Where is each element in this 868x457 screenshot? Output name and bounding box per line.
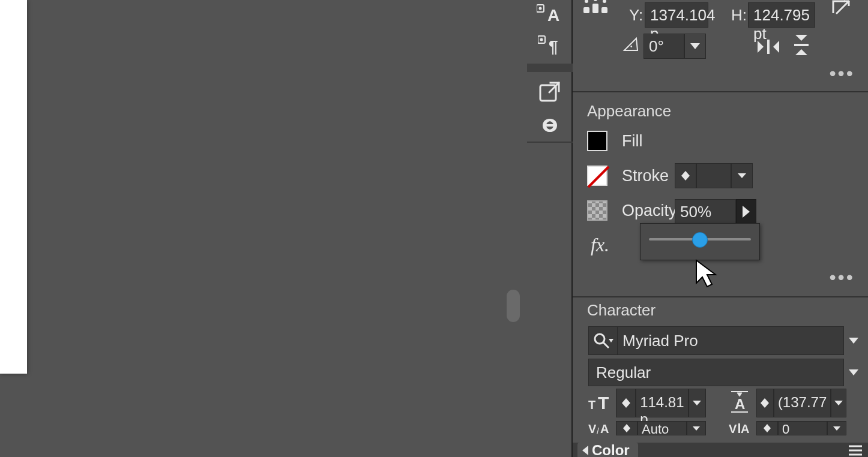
panel-icon-strip: A ¶ bbox=[527, 0, 573, 457]
font-style-dropdown[interactable] bbox=[844, 359, 863, 386]
flip-horizontal-icon[interactable] bbox=[758, 37, 779, 56]
font-size-icon: T T bbox=[588, 391, 613, 414]
y-position-field[interactable]: 1374.104 p bbox=[645, 2, 708, 28]
svg-point-11 bbox=[585, 0, 588, 3]
svg-text:T: T bbox=[588, 398, 595, 411]
stroke-weight-stepper[interactable] bbox=[675, 163, 696, 188]
svg-marker-48 bbox=[623, 424, 630, 428]
font-search-icon[interactable] bbox=[589, 327, 618, 354]
constrain-proportions-icon[interactable] bbox=[831, 0, 851, 16]
leading-field[interactable]: (137.77 bbox=[756, 389, 846, 417]
font-size-value[interactable]: 114.81 p bbox=[636, 389, 688, 417]
font-family-field[interactable]: Myriad Pro bbox=[588, 326, 844, 355]
leading-dropdown[interactable] bbox=[831, 389, 846, 417]
svg-point-12 bbox=[594, 0, 597, 1]
panel-menu-icon[interactable] bbox=[849, 445, 862, 456]
svg-marker-43 bbox=[761, 403, 769, 408]
tracking-value[interactable]: 0 bbox=[778, 421, 827, 435]
svg-point-4 bbox=[540, 38, 543, 41]
canvas-area[interactable] bbox=[0, 0, 517, 457]
links-panel-icon[interactable] bbox=[527, 109, 573, 142]
font-style-field[interactable]: Regular bbox=[588, 359, 844, 386]
h-label: H: bbox=[731, 6, 747, 25]
transform-section: Y: 1374.104 p H: 124.795 pt • 0° bbox=[573, 0, 868, 92]
svg-marker-54 bbox=[764, 424, 771, 428]
svg-text:•: • bbox=[630, 43, 633, 50]
svg-marker-37 bbox=[693, 401, 701, 405]
svg-rect-53 bbox=[738, 423, 740, 433]
svg-text:V: V bbox=[729, 422, 737, 435]
fx-icon[interactable]: fx. bbox=[591, 234, 609, 256]
stroke-weight-field[interactable] bbox=[675, 163, 753, 188]
rotation-angle-icon: • bbox=[622, 35, 640, 53]
stroke-swatch[interactable] bbox=[587, 166, 607, 186]
svg-text:V: V bbox=[588, 422, 597, 435]
color-tab-label: Color bbox=[592, 442, 630, 457]
svg-text:A: A bbox=[735, 396, 745, 412]
transform-more-options[interactable]: ••• bbox=[829, 62, 855, 85]
rotation-dropdown[interactable] bbox=[684, 34, 706, 59]
svg-marker-23 bbox=[681, 171, 690, 176]
stroke-weight-dropdown[interactable] bbox=[731, 163, 753, 188]
svg-text:T: T bbox=[598, 393, 609, 413]
tracking-stepper[interactable] bbox=[756, 421, 778, 435]
rotation-field[interactable]: 0° bbox=[643, 34, 706, 59]
opacity-label: Opacity bbox=[622, 202, 677, 220]
opacity-popup-toggle[interactable] bbox=[736, 199, 756, 224]
stroke-label: Stroke bbox=[622, 167, 669, 185]
svg-rect-10 bbox=[601, 7, 607, 13]
svg-point-28 bbox=[595, 334, 604, 344]
kerning-dropdown[interactable] bbox=[687, 421, 706, 435]
font-family-dropdown[interactable] bbox=[844, 326, 863, 355]
opacity-field[interactable]: 50% bbox=[675, 199, 736, 224]
panel-dock-grip[interactable] bbox=[527, 64, 573, 72]
tracking-field[interactable]: 0 bbox=[756, 421, 846, 435]
height-field[interactable]: 124.795 pt bbox=[748, 2, 815, 28]
align-distribute-icon[interactable] bbox=[582, 0, 609, 16]
leading-value[interactable]: (137.77 bbox=[774, 389, 831, 417]
svg-point-1 bbox=[539, 7, 542, 10]
kerning-stepper[interactable] bbox=[616, 421, 637, 435]
stroke-weight-value[interactable] bbox=[696, 163, 731, 188]
svg-marker-57 bbox=[582, 446, 588, 455]
kerning-icon: V / A bbox=[588, 421, 612, 439]
svg-point-13 bbox=[603, 0, 606, 3]
fill-label: Fill bbox=[622, 132, 643, 151]
font-family-value: Myriad Pro bbox=[618, 332, 843, 350]
svg-marker-18 bbox=[773, 41, 779, 53]
svg-marker-42 bbox=[761, 398, 769, 403]
font-size-stepper[interactable] bbox=[616, 389, 636, 417]
tracking-dropdown[interactable] bbox=[827, 421, 846, 435]
fill-swatch[interactable] bbox=[587, 131, 607, 151]
kerning-field[interactable]: Auto bbox=[616, 421, 706, 435]
appearance-more-options[interactable]: ••• bbox=[829, 266, 855, 288]
mouse-cursor bbox=[695, 259, 718, 289]
font-size-field[interactable]: 114.81 p bbox=[616, 389, 706, 417]
svg-marker-30 bbox=[609, 339, 613, 342]
svg-marker-49 bbox=[623, 428, 630, 432]
y-label: Y: bbox=[629, 6, 643, 25]
flip-vertical-icon[interactable] bbox=[791, 35, 812, 55]
paragraph-panel-icon[interactable]: ¶ bbox=[527, 29, 573, 61]
color-tab[interactable]: Color bbox=[577, 443, 638, 457]
appearance-heading: Appearance bbox=[587, 102, 671, 121]
svg-marker-56 bbox=[833, 426, 840, 431]
character-section: Character Myriad Pro Regular T T bbox=[573, 297, 868, 444]
svg-text:A: A bbox=[600, 422, 609, 435]
svg-marker-21 bbox=[795, 49, 807, 55]
opacity-swatch-icon[interactable] bbox=[587, 200, 607, 221]
svg-rect-17 bbox=[767, 40, 770, 54]
opacity-slider-thumb[interactable] bbox=[692, 232, 708, 248]
artboard-edge[interactable] bbox=[0, 0, 27, 374]
export-panel-icon[interactable] bbox=[527, 76, 573, 108]
vertical-scrollbar-thumb[interactable] bbox=[507, 290, 520, 322]
kerning-value[interactable]: Auto bbox=[637, 421, 687, 435]
svg-marker-32 bbox=[849, 369, 858, 375]
font-size-dropdown[interactable] bbox=[689, 389, 706, 417]
svg-text:¶: ¶ bbox=[549, 37, 558, 56]
leading-stepper[interactable] bbox=[756, 389, 774, 417]
svg-rect-8 bbox=[583, 7, 589, 13]
svg-text:/: / bbox=[597, 426, 599, 436]
svg-marker-50 bbox=[693, 426, 700, 431]
character-panel-icon[interactable]: A bbox=[527, 0, 573, 30]
